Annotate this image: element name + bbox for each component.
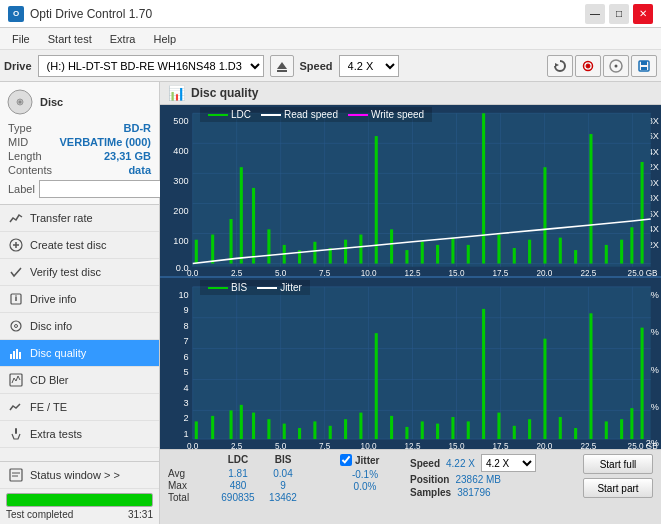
sidebar-item-extra-tests[interactable]: Extra tests [0, 421, 159, 448]
stats-avg-row: Avg 1.81 0.04 [168, 468, 328, 479]
svg-rect-166 [497, 413, 500, 439]
disc-quality-header-icon: 📊 [168, 85, 185, 101]
svg-rect-128 [193, 287, 651, 439]
bottom-chart-svg: 10 9 8 7 6 5 4 3 2 1 10% 8% 6% 4% 2% [160, 278, 661, 449]
svg-rect-100 [641, 162, 644, 264]
sidebar-item-create-test-disc[interactable]: Create test disc [0, 232, 159, 259]
svg-text:12.5: 12.5 [405, 269, 421, 276]
save-icon [637, 59, 651, 73]
max-ldc-value: 480 [213, 480, 263, 491]
nav-items: Transfer rate Create test disc Verify te… [0, 205, 159, 461]
sidebar-item-cd-bler[interactable]: CD Bler [0, 367, 159, 394]
svg-rect-148 [230, 410, 233, 439]
disc-contents-row: Contents data [6, 164, 153, 176]
svg-text:17.5: 17.5 [493, 441, 509, 449]
read-speed-legend-color [261, 114, 281, 116]
minimize-button[interactable]: — [585, 4, 605, 24]
start-buttons: Start full Start part [583, 454, 653, 498]
charts-container: LDC Read speed Write speed 500 [160, 105, 661, 449]
disc-mid-label: MID [8, 136, 28, 148]
position-value: 23862 MB [455, 474, 501, 485]
titlebar-controls: — □ ✕ [585, 4, 653, 24]
fe-te-label: FE / TE [30, 401, 67, 413]
svg-line-30 [16, 376, 18, 381]
refresh-button[interactable] [547, 55, 573, 77]
start-part-button[interactable]: Start part [583, 478, 653, 498]
menu-start-test[interactable]: Start test [40, 31, 100, 47]
sidebar-item-fe-te[interactable]: FE / TE [0, 394, 159, 421]
svg-rect-175 [630, 408, 633, 439]
refresh-icon [553, 59, 567, 73]
disc-button[interactable] [603, 55, 629, 77]
close-button[interactable]: ✕ [633, 4, 653, 24]
sidebar-item-disc-info[interactable]: Disc info [0, 313, 159, 340]
svg-rect-96 [589, 134, 592, 264]
sidebar-item-disc-quality[interactable]: Disc quality [0, 340, 159, 367]
verify-test-disc-icon [8, 264, 24, 280]
svg-rect-159 [390, 416, 393, 439]
sidebar-item-transfer-rate[interactable]: Transfer rate [0, 205, 159, 232]
progress-bar-fill [7, 494, 152, 506]
menu-extra[interactable]: Extra [102, 31, 144, 47]
svg-rect-26 [19, 352, 21, 359]
fe-te-icon [8, 399, 24, 415]
disc-mid-row: MID VERBATIMe (000) [6, 136, 153, 148]
menu-help[interactable]: Help [145, 31, 184, 47]
disc-quality-label: Disc quality [30, 347, 86, 359]
svg-rect-72 [230, 219, 233, 264]
settings-button[interactable] [575, 55, 601, 77]
svg-text:7.5: 7.5 [319, 441, 331, 449]
stats-empty-col [168, 454, 213, 465]
svg-rect-24 [13, 351, 15, 359]
svg-point-20 [15, 295, 17, 297]
svg-rect-153 [298, 428, 301, 439]
disc-length-value: 23,31 GB [104, 150, 151, 162]
jitter-checkbox[interactable] [340, 454, 352, 466]
svg-rect-98 [620, 240, 623, 264]
drive-select[interactable]: (H:) HL-DT-ST BD-RE WH16NS48 1.D3 [38, 55, 264, 77]
svg-text:5.0: 5.0 [275, 441, 287, 449]
disc-label-input[interactable] [39, 180, 172, 198]
read-speed-legend-item: Read speed [261, 109, 338, 120]
toolbar-icons [547, 55, 657, 77]
sidebar-item-drive-info[interactable]: Drive info [0, 286, 159, 313]
stats-total-row: Total 690835 13462 [168, 492, 328, 503]
disc-label-label: Label [8, 183, 35, 195]
svg-rect-147 [211, 416, 214, 439]
read-speed-legend-label: Read speed [284, 109, 338, 120]
svg-rect-151 [267, 419, 270, 439]
svg-rect-70 [195, 240, 198, 264]
top-legend: LDC Read speed Write speed [200, 107, 432, 122]
menubar: File Start test Extra Help [0, 28, 661, 50]
save-button[interactable] [631, 55, 657, 77]
svg-rect-83 [390, 229, 393, 263]
svg-rect-85 [421, 242, 424, 264]
svg-rect-150 [252, 413, 255, 439]
disc-type-value: BD-R [124, 122, 152, 134]
disc-quality-header: 📊 Disc quality [160, 82, 661, 105]
svg-text:10.0: 10.0 [361, 441, 377, 449]
svg-rect-169 [543, 339, 546, 439]
disc-length-label: Length [8, 150, 42, 162]
svg-text:1: 1 [184, 428, 189, 439]
sidebar-item-verify-test-disc[interactable]: Verify test disc [0, 259, 159, 286]
chart-top: LDC Read speed Write speed 500 [160, 105, 661, 277]
svg-rect-163 [451, 417, 454, 439]
menu-file[interactable]: File [4, 31, 38, 47]
svg-rect-170 [559, 417, 562, 439]
total-bis-value: 13462 [263, 492, 303, 503]
svg-text:10.0: 10.0 [361, 269, 377, 276]
speed-select[interactable]: 4.2 X [339, 55, 399, 77]
svg-rect-173 [605, 421, 608, 439]
samples-label: Samples [410, 487, 451, 498]
status-window-button[interactable]: Status window > > [0, 462, 159, 489]
restore-button[interactable]: □ [609, 4, 629, 24]
titlebar: O Opti Drive Control 1.70 — □ ✕ [0, 0, 661, 28]
speed-stat-dropdown[interactable]: 4.2 X [481, 454, 536, 472]
create-test-disc-icon [8, 237, 24, 253]
start-full-button[interactable]: Start full [583, 454, 653, 474]
eject-button[interactable] [270, 55, 294, 77]
svg-text:3: 3 [184, 397, 189, 408]
svg-text:2.5: 2.5 [231, 441, 243, 449]
disc-icon [609, 59, 623, 73]
